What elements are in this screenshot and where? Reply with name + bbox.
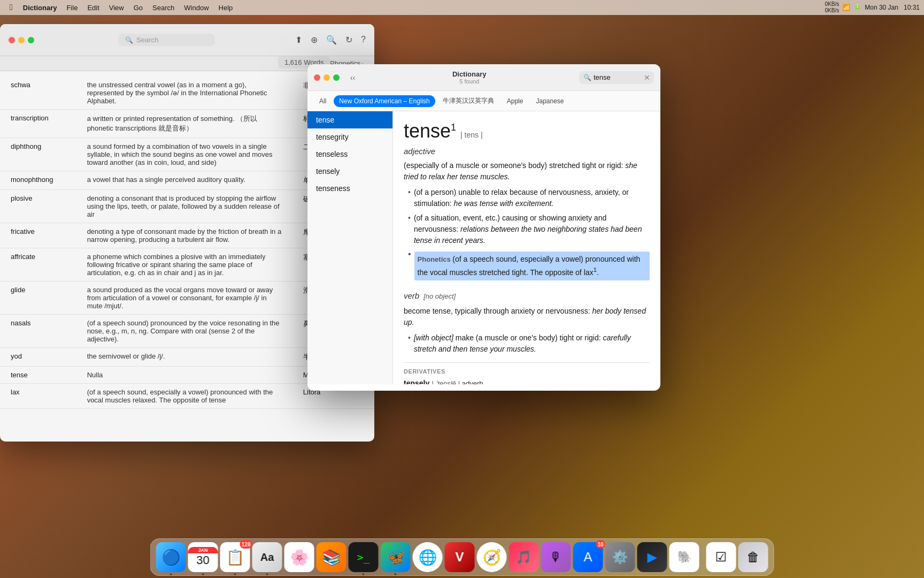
entry-def-main: (especially of a muscle or someone's bod… (404, 160, 650, 182)
bg-def: a sound formed by a combination of two v… (76, 138, 292, 171)
dock-sequel[interactable]: 🐘 (669, 542, 699, 572)
bullet-2: • (of a situation, event, etc.) causing … (408, 212, 650, 246)
fg-tab-apple[interactable]: Apple (502, 95, 529, 107)
bg-find-icon[interactable]: 🔍 (326, 35, 337, 45)
menu-file[interactable]: File (61, 3, 82, 13)
fg-tabs: AllNew Oxford American – English牛津英汉汉英字典… (307, 91, 660, 111)
bg-def: a sound produced as the vocal organs mov… (76, 282, 292, 315)
bg-toolbar: 🔍 Search ⬆ ⊕ 🔍 ↻ ? (0, 24, 374, 56)
sidebar-item-tensely[interactable]: tensely (307, 163, 392, 180)
bg-term: lax (0, 384, 76, 409)
sidebar-item-tense[interactable]: tense (307, 111, 392, 128)
fg-tab-all[interactable]: All (314, 95, 332, 107)
dock-photos[interactable]: 🌸 (284, 542, 314, 572)
calendar-day: 30 (196, 553, 209, 567)
menu-window[interactable]: Window (179, 3, 213, 13)
bg-refresh-icon[interactable]: ↻ (345, 35, 352, 45)
fg-tab-牛津英汉汉英字典[interactable]: 牛津英汉汉英字典 (437, 94, 499, 108)
bullet-3-highlighted: • Phonetics (of a speech sound, especial… (408, 249, 650, 283)
trash-icon: 🗑 (747, 550, 760, 565)
bg-close-button[interactable] (9, 37, 15, 43)
fg-nav-buttons: ‹‹ (348, 71, 357, 84)
menu-edit[interactable]: Edit (82, 3, 104, 13)
bg-traffic-lights (9, 37, 34, 43)
menu-help[interactable]: Help (214, 3, 238, 13)
reminders-icon: 📋 (226, 549, 244, 566)
bg-def: (of a speech sound) pronounced by the vo… (76, 315, 292, 348)
fg-title-area: Dictionary 5 found (364, 70, 575, 85)
bg-def: the unstressed central vowel (as in a mo… (76, 77, 292, 110)
nav-back-button[interactable]: ‹‹ (348, 71, 357, 84)
dock-calendar[interactable]: JAN 30 (188, 542, 218, 572)
bg-minimize-button[interactable] (18, 37, 25, 43)
dock-things[interactable]: ☑ (706, 542, 736, 572)
dock-trash[interactable]: 🗑 (738, 542, 768, 572)
menu-view[interactable]: View (104, 3, 129, 13)
bg-bookmark-icon[interactable]: ⊕ (311, 35, 318, 45)
dock-appstore[interactable]: A 10 (573, 542, 603, 572)
verb-section: verb [no object] become tense, typically… (404, 291, 650, 355)
foreground-dict-window[interactable]: ‹‹ Dictionary 5 found 🔍 ✕ AllNew Oxford … (307, 64, 660, 391)
sequel-icon: 🐘 (677, 550, 691, 564)
papillon-icon: 🦋 (386, 549, 405, 566)
menu-bar:  Dictionary File Edit View Go Search Wi… (0, 0, 924, 15)
fg-search-bar[interactable]: 🔍 ✕ (579, 71, 654, 84)
music-icon: 🎵 (516, 550, 532, 565)
sidebar-item-tenseness[interactable]: tenseness (307, 180, 392, 197)
dock-books[interactable]: 📚 (317, 542, 346, 572)
dock-music[interactable]: 🎵 (509, 542, 539, 572)
apple-menu[interactable]:  (4, 3, 18, 12)
dictionary-dot (266, 573, 268, 575)
derivatives-header: DERIVATIVES (404, 362, 650, 375)
finder-dot (170, 573, 172, 575)
fg-close-button[interactable] (314, 74, 320, 81)
sidebar-item-tensegrity[interactable]: tensegrity (307, 128, 392, 146)
dock-papillon[interactable]: 🦋 (381, 542, 411, 572)
dock-reminders[interactable]: 📋 128 (220, 542, 250, 572)
bullet-2-text: (of a situation, event, etc.) causing or… (414, 212, 650, 246)
bg-maximize-button[interactable] (28, 37, 34, 43)
entry-word: tense1 (404, 120, 456, 142)
terminal-icon: >_ (357, 551, 369, 564)
dock-quicktime[interactable]: ▶ (637, 542, 667, 572)
verb-bullet-text: [with object] make (a muscle or one's bo… (414, 332, 650, 355)
battery-icon: 🔋 (853, 4, 861, 11)
dock: 🔵 JAN 30 📋 128 Aa 🌸 📚 >_ 🦋 🌐 V (150, 538, 774, 576)
entry-pos-adj: adjective (404, 147, 650, 156)
bg-share-icon[interactable]: ⬆ (295, 35, 302, 45)
dock-chrome[interactable]: 🌐 (413, 542, 443, 572)
dock-podcasts[interactable]: 🎙 (541, 542, 571, 572)
network-stats: 0KB/s0KB/s (825, 1, 840, 14)
vivaldi-icon: V (455, 550, 464, 565)
terminal-dot (363, 573, 365, 575)
fg-sidebar: tensetensegritytenselesstenselytenseness (307, 111, 393, 384)
verb-bullet: • [with object] make (a muscle or one's … (408, 332, 650, 355)
bg-term: schwa (0, 77, 76, 110)
photos-icon: 🌸 (290, 549, 309, 566)
fg-main-content: tense1 | tens | adjective (especially of… (393, 111, 660, 384)
app-name[interactable]: Dictionary (18, 3, 62, 13)
bg-help-icon[interactable]: ? (361, 35, 366, 45)
dock-safari[interactable]: 🧭 (477, 542, 507, 572)
podcasts-icon: 🎙 (550, 550, 563, 565)
fg-maximize-button[interactable] (333, 74, 340, 81)
menu-search[interactable]: Search (148, 3, 179, 13)
bg-def: (of a speech sound, especially a vowel) … (76, 384, 292, 409)
dock-sysprefs[interactable]: ⚙️ (605, 542, 635, 572)
fg-search-input[interactable] (594, 73, 642, 81)
bg-search-icon: 🔍 (125, 36, 133, 44)
bg-def: denoting a consonant that is produced by… (76, 190, 292, 223)
dock-finder[interactable]: 🔵 (156, 542, 186, 572)
sidebar-item-tenseless[interactable]: tenseless (307, 146, 392, 163)
fg-search-clear[interactable]: ✕ (644, 73, 650, 82)
calendar-dot (202, 573, 204, 575)
fg-tab-japanese[interactable]: Japanese (530, 95, 569, 107)
dock-dictionary[interactable]: Aa (252, 542, 282, 572)
fg-minimize-button[interactable] (324, 74, 330, 81)
dock-terminal[interactable]: >_ (349, 542, 379, 572)
dock-vivaldi[interactable]: V (445, 542, 475, 572)
menu-go[interactable]: Go (129, 3, 148, 13)
bg-def: denoting a type of consonant made by the… (76, 223, 292, 248)
fg-tab-new-oxford-american-–-english[interactable]: New Oxford American – English (334, 95, 435, 107)
fg-search-icon: 🔍 (583, 74, 591, 81)
